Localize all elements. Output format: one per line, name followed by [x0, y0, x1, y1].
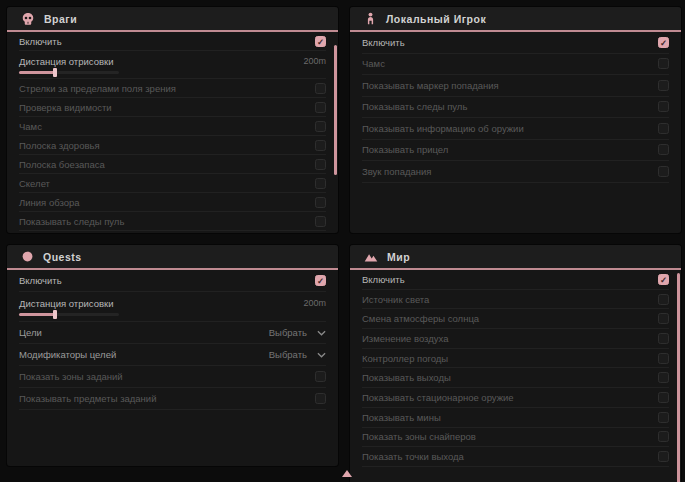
checkbox[interactable]	[658, 431, 669, 442]
checkbox[interactable]	[315, 102, 326, 113]
checkbox[interactable]	[658, 80, 669, 91]
panel-quests-header[interactable]: Quests	[7, 245, 338, 270]
setting-label: Включить	[362, 274, 405, 285]
checkbox[interactable]	[658, 372, 669, 383]
toggle-row[interactable]: Показывать выходы	[362, 368, 669, 388]
panel-quests: Quests Включить✓Дистанция отрисовки200mЦ…	[7, 245, 338, 466]
panel-enemies: Враги Включить✓Дистанция отрисовки200mСт…	[7, 7, 338, 233]
toggle-row[interactable]: Показывать предметы заданий	[19, 388, 326, 410]
slider-row[interactable]: Дистанция отрисовки200m	[19, 292, 326, 322]
setting-label: Показывать предметы заданий	[19, 393, 156, 404]
chevron-down-icon	[317, 330, 326, 336]
toggle-row[interactable]: Полоска здоровья	[19, 136, 326, 155]
toggle-row[interactable]: Линия обзора	[19, 193, 326, 212]
setting-label: Показать зоны заданий	[19, 371, 123, 382]
checkbox[interactable]	[658, 313, 669, 324]
setting-label: Показывать прицел	[362, 144, 448, 155]
slider-value: 200m	[303, 298, 326, 308]
panel-enemies-header[interactable]: Враги	[7, 7, 338, 32]
toggle-row[interactable]: Изменение воздуха	[362, 329, 669, 349]
setting-label: Чамс	[362, 58, 385, 69]
toggle-row[interactable]: Показывать маркер попадания	[362, 75, 669, 97]
select-row[interactable]: ЦелиВыбрать	[19, 322, 326, 344]
toggle-row[interactable]: Чамс	[19, 117, 326, 136]
checkbox[interactable]	[315, 178, 326, 189]
setting-label: Показывать стационарное оружие	[362, 392, 514, 403]
checkbox[interactable]: ✓	[658, 274, 669, 285]
setting-label: Дистанция отрисовки	[19, 56, 113, 67]
toggle-row[interactable]: Показывать следы пуль	[19, 212, 326, 231]
toggle-row[interactable]: Включить✓	[19, 32, 326, 51]
toggle-row[interactable]: Показать зоны заданий	[19, 366, 326, 388]
checkbox[interactable]	[315, 197, 326, 208]
setting-label: Включить	[362, 37, 405, 48]
checkbox[interactable]	[658, 294, 669, 305]
setting-label: Показать точки выхода	[362, 451, 464, 462]
checkbox[interactable]	[315, 140, 326, 151]
checkbox[interactable]	[658, 333, 669, 344]
slider-thumb[interactable]	[53, 68, 57, 77]
toggle-row[interactable]: Показать точки выхода	[362, 447, 669, 467]
scrollbar[interactable]	[677, 273, 680, 482]
checkbox[interactable]	[658, 451, 669, 462]
toggle-row[interactable]: Показывать прицел	[362, 140, 669, 162]
checkbox[interactable]: ✓	[315, 275, 326, 286]
toggle-row[interactable]: Скелет	[19, 174, 326, 193]
setting-label: Стрелки за пределами поля зрения	[19, 83, 176, 94]
scrollbar[interactable]	[334, 45, 337, 175]
person-icon	[364, 12, 377, 25]
render-distance-slider[interactable]	[19, 71, 119, 74]
checkbox[interactable]	[315, 159, 326, 170]
panel-local-player-rows: Включить✓ЧамсПоказывать маркер попадания…	[350, 32, 681, 183]
slider-row[interactable]: Дистанция отрисовки200m	[19, 51, 326, 79]
panel-enemies-rows: Включить✓Дистанция отрисовки200mСтрелки …	[7, 32, 338, 231]
checkbox[interactable]	[315, 393, 326, 404]
panel-world-header[interactable]: Мир	[350, 245, 681, 270]
toggle-row[interactable]: Полоска боезапаса	[19, 155, 326, 174]
checkbox[interactable]	[658, 353, 669, 364]
toggle-row[interactable]: Показывать следы пуль	[362, 97, 669, 119]
checkbox[interactable]: ✓	[658, 37, 669, 48]
checkbox[interactable]	[658, 101, 669, 112]
render-distance-slider[interactable]	[19, 313, 119, 316]
panel-title: Мир	[387, 251, 410, 263]
toggle-row[interactable]: Проверка видимости	[19, 98, 326, 117]
setting-label: Дистанция отрисовки	[19, 298, 113, 309]
panel-title: Локальный Игрок	[386, 13, 486, 25]
checkbox[interactable]: ✓	[315, 36, 326, 47]
toggle-row[interactable]: Показывать стационарное оружие	[362, 388, 669, 408]
toggle-row[interactable]: Включить✓	[19, 270, 326, 292]
slider-thumb[interactable]	[53, 310, 57, 319]
checkbox[interactable]	[315, 83, 326, 94]
setting-label: Показывать маркер попадания	[362, 80, 499, 91]
checkbox[interactable]	[658, 392, 669, 403]
dropdown[interactable]: Выбрать	[269, 349, 326, 360]
toggle-row[interactable]: Показывать информацию об оружии	[362, 118, 669, 140]
checkbox[interactable]	[658, 123, 669, 134]
cursor-pointer-icon	[342, 470, 352, 477]
checkbox[interactable]	[658, 144, 669, 155]
select-row[interactable]: Модификаторы целейВыбрать	[19, 344, 326, 366]
checkbox[interactable]	[315, 371, 326, 382]
toggle-row[interactable]: Звук попадания	[362, 161, 669, 183]
toggle-row[interactable]: Контроллер погоды	[362, 349, 669, 369]
checkbox[interactable]	[658, 58, 669, 69]
toggle-row[interactable]: Показать зоны снайперов	[362, 428, 669, 448]
dropdown-value: Выбрать	[269, 327, 307, 338]
checkbox[interactable]	[658, 166, 669, 177]
toggle-row[interactable]: Стрелки за пределами поля зрения	[19, 79, 326, 98]
toggle-row[interactable]: Показывать мины	[362, 408, 669, 428]
checkbox[interactable]	[658, 412, 669, 423]
toggle-row[interactable]: Источник света	[362, 290, 669, 310]
checkbox[interactable]	[315, 216, 326, 227]
toggle-row[interactable]: Чамс	[362, 54, 669, 76]
checkbox[interactable]	[315, 121, 326, 132]
panel-local-player-header[interactable]: Локальный Игрок	[350, 7, 681, 32]
setting-label: Смена атмосферы солнца	[362, 313, 479, 324]
panel-title: Quests	[43, 251, 82, 263]
toggle-row[interactable]: Включить✓	[362, 32, 669, 54]
dropdown[interactable]: Выбрать	[269, 327, 326, 338]
toggle-row[interactable]: Смена атмосферы солнца	[362, 309, 669, 329]
setting-label: Показывать выходы	[362, 372, 451, 383]
toggle-row[interactable]: Включить✓	[362, 270, 669, 290]
